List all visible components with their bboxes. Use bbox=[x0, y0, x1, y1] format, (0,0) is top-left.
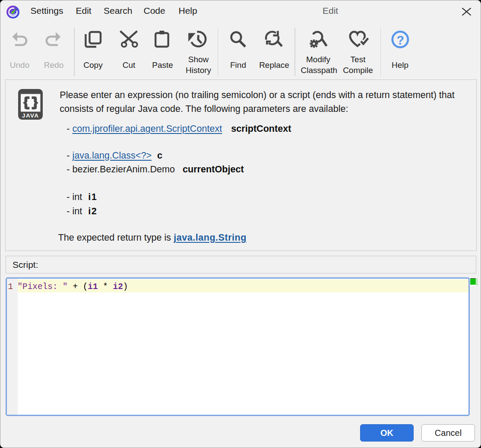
svg-text:JAVA: JAVA bbox=[22, 112, 39, 119]
svg-text:?: ? bbox=[396, 33, 404, 47]
